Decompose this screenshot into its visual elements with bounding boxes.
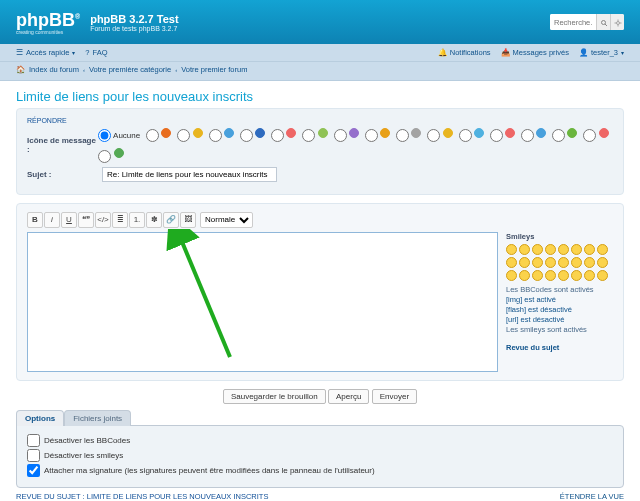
faq-link[interactable]: ? FAQ: [85, 48, 107, 57]
italic-button[interactable]: i: [44, 212, 60, 228]
help-icon: ?: [85, 48, 89, 57]
smiley-icon[interactable]: [584, 257, 595, 268]
search-input[interactable]: [550, 14, 596, 30]
user-menu[interactable]: 👤 tester_3 ▾: [579, 48, 624, 57]
header-search: [550, 14, 624, 30]
opt-disable-bbcode[interactable]: Désactiver les BBCodes: [27, 434, 613, 447]
icon-option-3[interactable]: [240, 128, 265, 142]
icon-option-5[interactable]: [302, 128, 327, 142]
icon-option-9[interactable]: [427, 128, 452, 142]
olist-button[interactable]: 1.: [129, 212, 145, 228]
font-size-select[interactable]: Normale: [200, 212, 253, 228]
smiley-icon[interactable]: [571, 270, 582, 281]
home-icon: 🏠: [16, 65, 25, 74]
smiley-icon[interactable]: [532, 244, 543, 255]
smiley-icon[interactable]: [597, 244, 608, 255]
logo[interactable]: phpBB® creating communities: [16, 10, 80, 35]
quick-links[interactable]: ☰ Accès rapide ▾: [16, 48, 75, 57]
icon-option-7[interactable]: [365, 128, 390, 142]
smiley-icon[interactable]: [558, 270, 569, 281]
icon-option-10[interactable]: [459, 128, 484, 142]
tab-options[interactable]: Options: [16, 410, 64, 426]
opt-disable-smileys[interactable]: Désactiver les smileys: [27, 449, 613, 462]
message-textarea[interactable]: [27, 232, 498, 372]
smiley-icon[interactable]: [558, 257, 569, 268]
save-draft-button[interactable]: Sauvegarder le brouillon: [223, 389, 326, 404]
smiley-icon[interactable]: [545, 244, 556, 255]
opt-attach-sig[interactable]: Attacher ma signature (les signatures pe…: [27, 464, 613, 477]
topic-review-bar: REVUE DU SUJET : LIMITE DE LIENS POUR LE…: [16, 488, 624, 501]
navbar: ☰ Accès rapide ▾ ? FAQ 🔔 Notifications 📥…: [0, 44, 640, 62]
icon-option-12[interactable]: [521, 128, 546, 142]
icon-none[interactable]: Aucune: [98, 129, 140, 142]
topic-review-link[interactable]: Revue du sujet: [506, 343, 613, 352]
smiley-icon[interactable]: [558, 244, 569, 255]
reply-panel: RÉPONDRE Icône de message : Aucune Sujet…: [16, 108, 624, 195]
bold-button[interactable]: B: [27, 212, 43, 228]
svg-point-2: [616, 21, 619, 24]
smiley-icon[interactable]: [571, 257, 582, 268]
site-header: phpBB® creating communities phpBB 3.2.7 …: [0, 0, 640, 44]
smileys-heading: Smileys: [506, 232, 613, 241]
smiley-icon[interactable]: [532, 270, 543, 281]
notifications-link[interactable]: 🔔 Notifications: [438, 48, 491, 57]
expand-review[interactable]: ÉTENDRE LA VUE: [560, 492, 624, 501]
smiley-icon[interactable]: [597, 257, 608, 268]
list-button[interactable]: ≣: [112, 212, 128, 228]
site-title[interactable]: phpBB 3.2.7 Test: [90, 13, 178, 25]
user-icon: 👤: [579, 48, 588, 57]
svg-point-0: [601, 20, 605, 24]
smiley-icon[interactable]: [519, 244, 530, 255]
url-button[interactable]: 🔗: [163, 212, 179, 228]
img-button[interactable]: 🖼: [180, 212, 196, 228]
post-icon-options: Aucune: [98, 128, 613, 163]
icon-option-14[interactable]: [583, 128, 608, 142]
smiley-icon[interactable]: [584, 244, 595, 255]
bell-icon: 🔔: [438, 48, 447, 57]
crumb-forum[interactable]: Votre premier forum: [181, 65, 247, 74]
reply-heading: RÉPONDRE: [27, 117, 613, 124]
page-title: Limite de liens pour les nouveaux inscri…: [16, 89, 624, 104]
smiley-icon[interactable]: [519, 270, 530, 281]
pm-link[interactable]: 📥 Messages privés: [501, 48, 569, 57]
icon-option-4[interactable]: [271, 128, 296, 142]
site-desc: Forum de tests phpBB 3.2.7: [90, 25, 178, 32]
gear-icon[interactable]: [610, 14, 624, 30]
icon-option-8[interactable]: [396, 128, 421, 142]
submit-button[interactable]: Envoyer: [372, 389, 417, 404]
search-icon[interactable]: [596, 14, 610, 30]
smiley-icon[interactable]: [532, 257, 543, 268]
smiley-icon[interactable]: [506, 270, 517, 281]
listitem-button[interactable]: ✽: [146, 212, 162, 228]
subject-input[interactable]: [102, 167, 277, 182]
smiley-icon[interactable]: [545, 270, 556, 281]
underline-button[interactable]: U: [61, 212, 77, 228]
post-icon-label: Icône de message :: [27, 136, 98, 154]
smiley-icon[interactable]: [519, 257, 530, 268]
smiley-icon[interactable]: [584, 270, 595, 281]
bbcode-status: Les BBCodes sont activés [img] est activ…: [506, 285, 613, 336]
inbox-icon: 📥: [501, 48, 510, 57]
editor-sidebar: Smileys Les BBCodes sont activés [img] e…: [506, 232, 613, 372]
icon-option-2[interactable]: [209, 128, 234, 142]
preview-button[interactable]: Aperçu: [328, 389, 369, 404]
crumb-home[interactable]: Index du forum: [29, 65, 79, 74]
submit-row: Sauvegarder le brouillon Aperçu Envoyer: [16, 389, 624, 404]
smiley-icon[interactable]: [545, 257, 556, 268]
code-button[interactable]: </>: [95, 212, 111, 228]
icon-option-13[interactable]: [552, 128, 577, 142]
icon-option-15[interactable]: [98, 148, 123, 162]
smiley-icon[interactable]: [506, 244, 517, 255]
smiley-icon[interactable]: [506, 257, 517, 268]
icon-option-0[interactable]: [146, 128, 171, 142]
subject-label: Sujet :: [27, 170, 102, 179]
smiley-icon[interactable]: [597, 270, 608, 281]
crumb-cat[interactable]: Votre première catégorie: [89, 65, 171, 74]
icon-option-1[interactable]: [177, 128, 202, 142]
icon-option-6[interactable]: [334, 128, 359, 142]
smiley-icon[interactable]: [571, 244, 582, 255]
bbcode-toolbar: B i U ❝❞ </> ≣ 1. ✽ 🔗 🖼 Normale: [27, 212, 613, 228]
quote-button[interactable]: ❝❞: [78, 212, 94, 228]
icon-option-11[interactable]: [490, 128, 515, 142]
tab-attachments[interactable]: Fichiers joints: [64, 410, 131, 426]
